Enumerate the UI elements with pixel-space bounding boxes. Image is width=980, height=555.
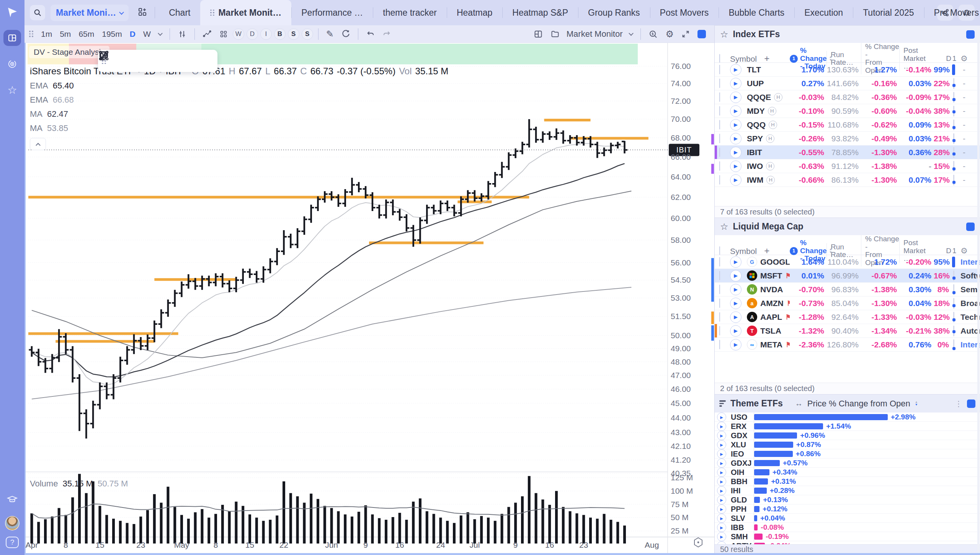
- table-row-iwo[interactable]: ▶IWOH-0.63%91.12%-1.38%-15%-: [715, 159, 980, 173]
- symbol-cell[interactable]: SPYH: [747, 134, 790, 143]
- play-button[interactable]: ▶: [730, 92, 742, 103]
- indicator-settings-button[interactable]: [174, 29, 191, 39]
- theme-row-gld[interactable]: ▶GLD+0.13%: [715, 495, 980, 504]
- play-button[interactable]: ▶: [730, 160, 742, 172]
- symbol-title-row[interactable]: iShares Bitcoin Trust ETF · 1D · IBIT O6…: [30, 66, 448, 77]
- play-button[interactable]: ▶: [717, 541, 726, 544]
- draw-button[interactable]: ✎: [322, 29, 338, 39]
- more-options-icon[interactable]: ⋮: [955, 399, 962, 408]
- redo-button[interactable]: [379, 29, 395, 38]
- theme-row-slv[interactable]: ▶SLV+0.04%: [715, 514, 980, 523]
- play-button[interactable]: ▶: [730, 284, 742, 295]
- volume-legend[interactable]: Volume 35.15 M 50.75 M: [30, 479, 128, 489]
- timeframe-65m[interactable]: 65m: [75, 29, 98, 39]
- quick-button-s-4[interactable]: S: [288, 28, 299, 40]
- play-button[interactable]: ▶: [730, 298, 742, 309]
- section-header-theme-etfs[interactable]: Theme ETFs ↔ Price % Change from Open ▲▼…: [715, 394, 980, 413]
- row-checkbox[interactable]: [719, 285, 720, 294]
- row-checkbox[interactable]: [719, 106, 720, 116]
- play-button[interactable]: ▶: [717, 431, 726, 440]
- column-symbol[interactable]: Symbol +: [730, 246, 790, 256]
- widget-color-tag[interactable]: [966, 223, 975, 231]
- column-1[interactable]: 1: [951, 55, 957, 63]
- tab-heatmap[interactable]: Heatmap: [447, 0, 502, 25]
- column-1[interactable]: 1: [951, 247, 957, 255]
- theme-metric-label[interactable]: Price % Change from Open: [807, 399, 910, 409]
- help-button[interactable]: ?: [6, 537, 19, 548]
- trendline-tool-button[interactable]: [148, 52, 165, 69]
- row-checkbox[interactable]: [719, 147, 720, 157]
- theme-row-xlu[interactable]: ▶XLU+0.87%: [715, 440, 980, 449]
- row-checkbox[interactable]: [719, 161, 720, 171]
- timeframe-daily[interactable]: D: [126, 29, 139, 39]
- table-row-msft[interactable]: ▶MSFT⚑0.01%96.99%-0.67%0.24%16%Softw: [715, 269, 980, 283]
- symbol-cell[interactable]: IBIT: [747, 148, 790, 157]
- theme-row-gdxj[interactable]: ▶GDXJ+0.57%: [715, 458, 980, 468]
- play-button[interactable]: ▶: [717, 532, 726, 541]
- play-button[interactable]: ▶: [730, 311, 742, 323]
- row-checkbox[interactable]: [719, 92, 720, 102]
- play-button[interactable]: ▶: [730, 105, 742, 117]
- play-button[interactable]: ▶: [730, 256, 742, 268]
- row-checkbox[interactable]: [719, 175, 720, 185]
- theme-row-ihi[interactable]: ▶IHI+0.28%: [715, 486, 980, 495]
- tab-performance-[interactable]: Performance …: [291, 0, 373, 25]
- symbol-cell[interactable]: MSFT⚑: [747, 270, 790, 281]
- symbol-cell[interactable]: UUP: [747, 79, 790, 88]
- quick-button-b-3[interactable]: B: [274, 28, 286, 40]
- fullscreen-button[interactable]: [678, 30, 694, 38]
- select-all-checkbox[interactable]: [719, 54, 720, 63]
- chart-settings-button[interactable]: ⚙: [662, 29, 678, 39]
- tab-bubble-charts[interactable]: Bubble Charts: [719, 0, 794, 25]
- layout-grid-button[interactable]: [216, 30, 232, 38]
- column-d[interactable]: D: [934, 247, 951, 255]
- table-row-mdy[interactable]: ▶MDYH-0.10%90.59%-0.60%-0.04%38%-: [715, 104, 980, 118]
- section-header-liquid-mega-cap[interactable]: ☆ Liquid Mega Cap: [715, 218, 980, 235]
- row-checkbox[interactable]: [719, 79, 720, 88]
- quick-button-s-5[interactable]: S: [302, 28, 313, 40]
- comment-tool-button[interactable]: [167, 52, 183, 69]
- pane-layout-button[interactable]: [530, 29, 547, 39]
- quick-button-d-1[interactable]: D: [247, 28, 258, 40]
- tab-post-movers[interactable]: Post Movers: [650, 0, 719, 25]
- table-settings-button[interactable]: ⚙: [957, 54, 980, 63]
- indicator-row[interactable]: MA62.47: [30, 109, 448, 119]
- play-button[interactable]: ▶: [730, 133, 742, 144]
- table-row-iwm[interactable]: ▶IWMH-0.66%86.13%-1.30%0.07%17%-: [715, 173, 980, 187]
- symbol-cell[interactable]: QQQEH: [747, 93, 790, 102]
- timeframe-dropdown[interactable]: [155, 32, 166, 36]
- tab-pre-movers[interactable]: Pre Movers: [924, 0, 980, 25]
- play-button[interactable]: ▶: [717, 422, 726, 431]
- candle-tool-button[interactable]: [130, 52, 147, 69]
- undo-button[interactable]: [362, 29, 379, 38]
- workspace-folder[interactable]: [547, 29, 564, 39]
- tab-market-monit-[interactable]: Market Monit…: [200, 0, 291, 25]
- tab-tutorial-2025[interactable]: Tutorial 2025: [853, 0, 924, 25]
- tab-execution[interactable]: Execution: [794, 0, 853, 25]
- symbol-cell[interactable]: GGOOGL: [747, 257, 790, 267]
- row-checkbox[interactable]: [719, 312, 720, 322]
- zoom-tool-button[interactable]: [645, 29, 662, 39]
- user-avatar[interactable]: [5, 516, 20, 530]
- play-button[interactable]: ▶: [717, 440, 726, 449]
- table-row-uup[interactable]: ▶UUP0.27%141.66%-0.16%0.03%22%-: [715, 77, 980, 90]
- symbol-cell[interactable]: IWOH: [747, 162, 790, 171]
- theme-row-smh[interactable]: ▶SMH-0.19%: [715, 532, 980, 541]
- brush-tool-button[interactable]: [185, 52, 202, 69]
- indicator-row[interactable]: MA53.85: [30, 123, 448, 133]
- table-row-aapl[interactable]: ▶AAAPL⚑-1.28%92.64%-1.33%-0.03%12%Techn: [715, 310, 980, 324]
- row-checkbox[interactable]: [719, 340, 720, 349]
- play-button[interactable]: ▶: [730, 174, 742, 186]
- table-row-meta[interactable]: ▶∞META⚑-2.36%126.80%-2.68%0.76%0%Intera: [715, 338, 980, 352]
- symbol-cell[interactable]: ∞META⚑: [747, 339, 790, 350]
- widget-color-tag[interactable]: [966, 30, 975, 39]
- workspace-selector[interactable]: Market Moni…: [51, 5, 129, 21]
- row-checkbox[interactable]: [719, 271, 720, 280]
- select-all-checkbox[interactable]: [719, 246, 720, 255]
- play-button[interactable]: ▶: [717, 449, 726, 458]
- theme-row-erx[interactable]: ▶ERX+1.54%: [715, 422, 980, 431]
- collapse-indicators-button[interactable]: [30, 138, 46, 150]
- timeframe-5m[interactable]: 5m: [56, 29, 75, 39]
- theme-row-ibb[interactable]: ▶IBB-0.08%: [715, 523, 980, 532]
- play-button[interactable]: ▶: [717, 495, 726, 504]
